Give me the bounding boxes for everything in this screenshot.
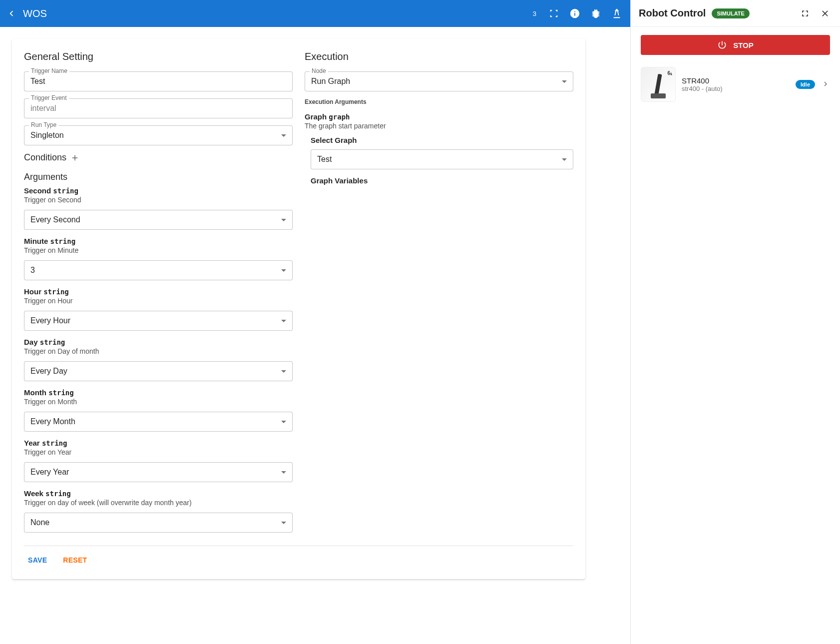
arg-desc: Trigger on Year xyxy=(24,448,293,456)
stop-label: STOP xyxy=(733,41,754,49)
graph-arg-type: graph xyxy=(329,113,350,121)
arg-type: string xyxy=(40,338,65,346)
reset-button[interactable]: RESET xyxy=(59,553,91,567)
bug-icon xyxy=(590,8,601,19)
node-select[interactable]: Run Graph xyxy=(305,71,573,91)
trigger-name-field: Trigger Name Test xyxy=(24,71,293,91)
run-type-label: Run Type xyxy=(29,121,58,128)
robot-name: STR400 xyxy=(682,76,790,85)
arg-name: Month xyxy=(24,388,46,397)
run-type-field: Run Type Singleton xyxy=(24,125,293,145)
arg-name: Day xyxy=(24,338,38,346)
conditions-heading: Conditions xyxy=(24,152,66,163)
arg-desc: Trigger on Month xyxy=(24,398,293,406)
arg-week-select[interactable]: None xyxy=(24,513,293,533)
arg-value: None xyxy=(30,518,277,527)
stop-button[interactable]: STOP xyxy=(641,35,830,55)
arg-desc: Trigger on Day of month xyxy=(24,347,293,355)
page-title: WOS xyxy=(23,8,47,19)
argument-year: Year stringTrigger on YearEvery Year xyxy=(24,439,293,482)
close-panel-button[interactable] xyxy=(818,6,832,20)
info-icon-button[interactable] xyxy=(567,6,582,21)
trigger-name-label: Trigger Name xyxy=(29,67,69,74)
chevron-right-icon xyxy=(821,79,830,88)
arg-value: 3 xyxy=(30,266,277,275)
node-field: Node Run Graph xyxy=(305,71,573,91)
select-graph-field: Test xyxy=(311,149,573,169)
chevron-down-icon xyxy=(281,219,286,221)
trigger-name-input[interactable]: Test xyxy=(24,71,293,91)
trigger-event-input[interactable]: interval xyxy=(24,98,293,118)
arg-desc: Trigger on Minute xyxy=(24,246,293,254)
arg-minute-select[interactable]: 3 xyxy=(24,260,293,280)
back-button[interactable] xyxy=(6,8,17,19)
arg-year-select[interactable]: Every Year xyxy=(24,462,293,482)
arguments-heading: Arguments xyxy=(24,172,67,182)
node-label: Node xyxy=(310,67,328,74)
arg-value: Every Month xyxy=(30,417,277,426)
fullscreen-icon xyxy=(800,8,810,18)
simulate-chip[interactable]: SIMULATE xyxy=(712,8,749,18)
arg-hour-select[interactable]: Every Hour xyxy=(24,311,293,331)
robot-icon-button[interactable] xyxy=(609,6,624,21)
trigger-event-label: Trigger Event xyxy=(29,94,69,101)
argument-minute: Minute stringTrigger on Minute3 xyxy=(24,237,293,280)
top-bar: WOS 3 xyxy=(0,0,630,27)
select-graph-select[interactable]: Test xyxy=(311,149,573,169)
arg-type: string xyxy=(45,490,71,498)
chevron-down-icon xyxy=(281,471,286,474)
trigger-event-field: Trigger Event interval xyxy=(24,98,293,118)
general-heading: General Setting xyxy=(24,51,293,62)
arg-month-select[interactable]: Every Month xyxy=(24,412,293,432)
robot-panel-title: Robot Control xyxy=(639,7,706,19)
robot-arm-icon xyxy=(611,8,622,19)
arg-name: Year xyxy=(24,439,40,447)
robot-expand-button[interactable] xyxy=(821,79,830,90)
arg-name: Second xyxy=(24,186,51,195)
argument-hour: Hour stringTrigger on HourEvery Hour xyxy=(24,287,293,331)
chevron-down-icon xyxy=(281,522,286,524)
power-icon xyxy=(717,40,727,50)
chevron-down-icon xyxy=(281,320,286,322)
fullscreen-button[interactable] xyxy=(798,6,812,20)
arg-name: Hour xyxy=(24,287,41,296)
robot-list-item[interactable]: 6₁ STR400 str400 - (auto) Idle xyxy=(641,67,830,102)
execution-heading: Execution xyxy=(305,51,573,62)
arg-type: string xyxy=(42,439,67,447)
arg-desc: Trigger on Second xyxy=(24,196,293,204)
arg-name: Week xyxy=(24,489,43,498)
add-condition-button[interactable] xyxy=(70,153,79,162)
argument-second: Second stringTrigger on SecondEvery Seco… xyxy=(24,186,293,230)
arg-value: Every Day xyxy=(30,367,277,376)
debug-icon-button[interactable] xyxy=(588,6,603,21)
robot-control-panel: Robot Control SIMULATE STOP 6₁ xyxy=(630,0,840,644)
arg-type: string xyxy=(53,187,78,195)
expand-icon-button[interactable] xyxy=(546,6,561,21)
run-type-select[interactable]: Singleton xyxy=(24,125,293,145)
info-icon xyxy=(569,8,580,19)
argument-month: Month stringTrigger on MonthEvery Month xyxy=(24,388,293,432)
arg-second-select[interactable]: Every Second xyxy=(24,210,293,230)
arg-value: Every Hour xyxy=(30,316,277,325)
arg-value: Every Second xyxy=(30,215,277,224)
chevron-down-icon xyxy=(562,80,567,83)
robot-thumbnail: 6₁ xyxy=(641,67,676,102)
graph-variables-heading: Graph Variables xyxy=(311,176,573,185)
chevron-left-icon xyxy=(6,8,17,19)
close-icon xyxy=(820,8,830,18)
arg-type: string xyxy=(48,389,74,397)
arg-name: Minute xyxy=(24,237,48,245)
arg-desc: Trigger on day of week (will overwrite d… xyxy=(24,499,293,507)
graph-arg-name: Graph xyxy=(305,112,327,121)
graph-arg-desc: The graph start parameter xyxy=(305,122,573,130)
robot-sub: str400 - (auto) xyxy=(682,85,790,92)
chevron-down-icon xyxy=(281,370,286,373)
save-button[interactable]: SAVE xyxy=(24,553,51,567)
chevron-down-icon xyxy=(562,158,567,161)
arg-desc: Trigger on Hour xyxy=(24,297,293,305)
chevron-down-icon xyxy=(281,421,286,423)
settings-card: General Setting Trigger Name Test Trigge… xyxy=(12,39,585,579)
arg-day-select[interactable]: Every Day xyxy=(24,361,293,381)
chevron-down-icon xyxy=(281,134,286,137)
argument-week: Week stringTrigger on day of week (will … xyxy=(24,489,293,533)
